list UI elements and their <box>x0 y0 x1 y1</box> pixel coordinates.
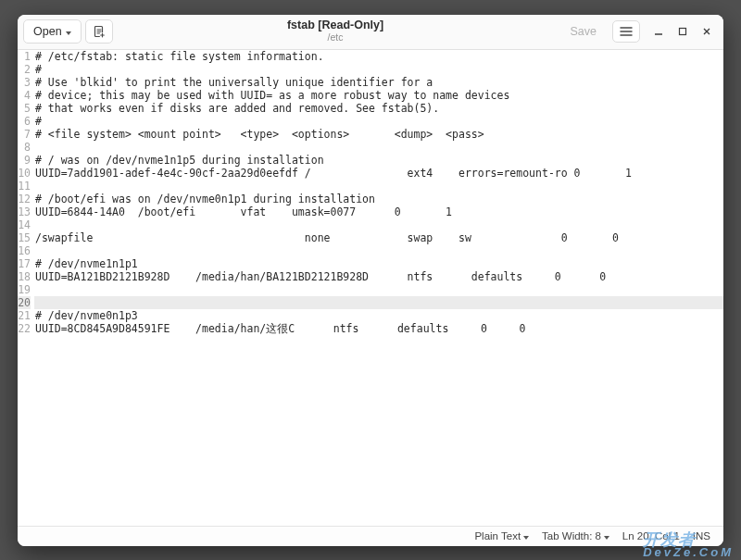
line-number: 11 <box>18 180 31 193</box>
window-title: fstab [Read-Only] <box>117 19 555 32</box>
code-line[interactable]: # / was on /dev/nvme1n1p5 during install… <box>34 154 723 167</box>
minimize-button[interactable] <box>651 24 666 39</box>
line-number: 22 <box>18 322 31 335</box>
code-line[interactable]: UUID=BA121BD2121B928D /media/han/BA121BD… <box>34 270 723 283</box>
code-line[interactable] <box>34 218 723 231</box>
line-number: 17 <box>18 257 31 270</box>
code-line[interactable] <box>34 244 723 257</box>
chevron-down-icon <box>523 530 529 541</box>
line-number: 6 <box>18 115 31 128</box>
code-line[interactable]: # that works even if disks are added and… <box>34 102 723 115</box>
line-number: 15 <box>18 231 31 244</box>
line-number: 2 <box>18 63 31 76</box>
code-line[interactable]: # /dev/nvme0n1p3 <box>34 309 723 322</box>
code-line[interactable]: # /etc/fstab: static file system informa… <box>34 50 723 63</box>
code-line[interactable]: /swapfile none swap sw 0 0 <box>34 231 723 244</box>
window-controls <box>651 24 714 39</box>
code-line[interactable]: # device; this may be used with UUID= as… <box>34 89 723 102</box>
code-line[interactable]: # /boot/efi was on /dev/nvme0n1p1 during… <box>34 193 723 205</box>
line-number: 21 <box>18 309 31 322</box>
code-line[interactable]: # /dev/nvme1n1p1 <box>34 257 723 270</box>
line-number: 1 <box>18 50 31 63</box>
hamburger-icon <box>620 26 633 37</box>
editor-area[interactable]: 12345678910111213141516171819202122 # /e… <box>18 50 723 526</box>
line-number: 10 <box>18 167 31 180</box>
open-button[interactable]: Open <box>23 19 82 44</box>
close-icon <box>702 27 711 36</box>
watermark-line2: DevZe.CoM <box>643 547 734 558</box>
line-number: 8 <box>18 141 31 154</box>
line-number: 3 <box>18 76 31 89</box>
new-document-button[interactable] <box>85 19 113 44</box>
code-line[interactable]: # <box>34 63 723 76</box>
code-content[interactable]: # /etc/fstab: static file system informa… <box>34 50 723 526</box>
syntax-label: Plain Text <box>474 530 521 541</box>
line-number: 5 <box>18 102 31 115</box>
menu-button[interactable] <box>612 20 640 43</box>
new-document-icon <box>93 25 106 38</box>
title-area: fstab [Read-Only] /etc <box>117 19 555 43</box>
code-line[interactable] <box>34 283 723 296</box>
syntax-selector[interactable]: Plain Text <box>474 530 529 541</box>
line-number: 20 <box>18 296 31 309</box>
titlebar: Open fstab [Read-Only] /etc Save <box>18 15 723 50</box>
line-number: 14 <box>18 218 31 231</box>
open-button-label: Open <box>33 25 62 38</box>
maximize-icon <box>678 27 687 36</box>
tab-width-selector[interactable]: Tab Width: 8 <box>542 530 609 541</box>
code-line[interactable] <box>34 180 723 193</box>
line-number: 18 <box>18 270 31 283</box>
code-line[interactable]: # Use 'blkid' to print the universally u… <box>34 76 723 89</box>
statusbar: Plain Text Tab Width: 8 Ln 20, Col 1 INS <box>18 526 723 546</box>
line-number: 12 <box>18 193 31 205</box>
code-line[interactable] <box>34 296 723 309</box>
svg-rect-2 <box>680 29 686 35</box>
chevron-down-icon <box>66 25 71 38</box>
code-line[interactable]: UUID=7add1901-adef-4e4c-90cf-2aa29d0eefd… <box>34 167 723 180</box>
line-number: 19 <box>18 283 31 296</box>
save-button: Save <box>559 19 609 44</box>
minimize-icon <box>654 27 663 36</box>
maximize-button[interactable] <box>675 24 690 39</box>
code-line[interactable]: UUID=8CD845A9D84591FE /media/han/这很C ntf… <box>34 322 723 335</box>
tab-width-label: Tab Width: <box>542 530 592 541</box>
insert-mode[interactable]: INS <box>693 530 710 541</box>
code-line[interactable]: # <box>34 115 723 128</box>
code-line[interactable]: UUID=6844-14A0 /boot/efi vfat umask=0077… <box>34 205 723 218</box>
line-number: 13 <box>18 205 31 218</box>
tab-width-value: 8 <box>595 530 600 541</box>
line-number: 7 <box>18 128 31 141</box>
chevron-down-icon <box>604 530 609 541</box>
line-number: 4 <box>18 89 31 102</box>
window-subtitle: /etc <box>117 32 555 44</box>
line-number: 16 <box>18 244 31 257</box>
editor-window: Open fstab [Read-Only] /etc Save <box>18 15 723 546</box>
line-number-gutter: 12345678910111213141516171819202122 <box>18 50 34 526</box>
cursor-position[interactable]: Ln 20, Col 1 <box>622 530 680 541</box>
line-number: 9 <box>18 154 31 167</box>
code-line[interactable] <box>34 141 723 154</box>
close-button[interactable] <box>699 24 714 39</box>
code-line[interactable]: # <file system> <mount point> <type> <op… <box>34 128 723 141</box>
